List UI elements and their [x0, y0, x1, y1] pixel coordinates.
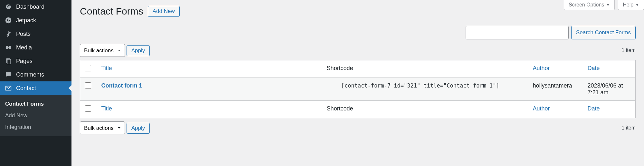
dashboard-icon	[5, 3, 12, 10]
sidebar-item-media[interactable]: Media	[0, 41, 71, 54]
sidebar-item-dashboard[interactable]: Dashboard	[0, 0, 71, 14]
pages-icon	[5, 57, 12, 65]
chevron-down-icon: ▼	[606, 3, 610, 7]
search-input[interactable]	[466, 26, 569, 39]
add-new-button[interactable]: Add New	[148, 6, 180, 17]
sidebar-item-comments[interactable]: Comments	[0, 68, 71, 81]
sidebar-label: Contact	[16, 85, 36, 92]
top-tabs: Screen Options ▼ Help ▼	[564, 0, 644, 10]
sidebar-item-posts[interactable]: Posts	[0, 27, 71, 41]
main-content: Screen Options ▼ Help ▼ Contact Forms Ad…	[71, 0, 644, 166]
col-title-header[interactable]: Title	[101, 65, 112, 71]
sidebar-label: Pages	[16, 58, 33, 65]
col-date-footer[interactable]: Date	[588, 105, 600, 112]
select-all-top[interactable]	[85, 65, 91, 71]
submenu-contact-forms[interactable]: Contact Forms	[0, 98, 71, 110]
svg-rect-2	[9, 46, 11, 49]
sidebar-submenu: Contact Forms Add New Integration	[0, 95, 71, 136]
sidebar-label: Posts	[16, 31, 31, 37]
contact-forms-table: Title Shortcode Author Date Contact form…	[80, 60, 636, 118]
col-author-header[interactable]: Author	[533, 65, 550, 71]
item-count-bottom: 1 item	[621, 125, 636, 131]
comments-icon	[5, 71, 12, 78]
help-tab[interactable]: Help ▼	[618, 0, 644, 10]
mail-icon	[5, 85, 12, 92]
help-label: Help	[623, 2, 633, 8]
svg-point-1	[6, 46, 9, 49]
row-author: hollysantamera	[533, 82, 572, 89]
svg-point-0	[5, 17, 11, 23]
submenu-integration[interactable]: Integration	[0, 121, 71, 133]
select-all-bottom[interactable]	[85, 105, 91, 112]
row-checkbox[interactable]	[85, 82, 91, 89]
col-title-footer[interactable]: Title	[101, 105, 112, 112]
row-date: 2023/06/06 at 7:21 am	[588, 82, 623, 96]
screen-options-label: Screen Options	[569, 2, 604, 8]
item-count-top: 1 item	[621, 47, 636, 53]
table-row: Contact form 1 hollysantamera 2023/06/06…	[80, 78, 636, 101]
bulk-actions-select[interactable]: Bulk actions	[80, 44, 125, 57]
shortcode-field[interactable]	[327, 82, 514, 89]
form-title-link[interactable]: Contact form 1	[101, 82, 142, 89]
sidebar-item-pages[interactable]: Pages	[0, 54, 71, 68]
admin-sidebar: Dashboard Jetpack Posts Media Pages Comm…	[0, 0, 71, 166]
col-shortcode-header: Shortcode	[327, 65, 353, 71]
sidebar-label: Jetpack	[16, 17, 36, 24]
jetpack-icon	[5, 17, 12, 24]
apply-button-top[interactable]: Apply	[127, 45, 150, 56]
sidebar-item-jetpack[interactable]: Jetpack	[0, 14, 71, 27]
pin-icon	[5, 30, 12, 37]
sidebar-label: Media	[16, 44, 32, 51]
submenu-add-new[interactable]: Add New	[0, 110, 71, 121]
col-date-header[interactable]: Date	[588, 65, 600, 71]
media-icon	[5, 44, 12, 51]
search-button[interactable]: Search Contact Forms	[571, 26, 636, 39]
col-shortcode-footer: Shortcode	[327, 105, 353, 112]
bulk-actions-select-bottom[interactable]: Bulk actions	[80, 121, 125, 134]
apply-button-bottom[interactable]: Apply	[127, 123, 150, 134]
sidebar-item-contact[interactable]: Contact	[0, 81, 71, 95]
sidebar-label: Comments	[16, 71, 44, 78]
screen-options-tab[interactable]: Screen Options ▼	[564, 0, 615, 10]
sidebar-label: Dashboard	[16, 4, 44, 10]
svg-rect-4	[7, 59, 11, 64]
page-title: Contact Forms	[80, 6, 143, 17]
chevron-down-icon: ▼	[635, 3, 639, 7]
col-author-footer[interactable]: Author	[533, 105, 550, 112]
